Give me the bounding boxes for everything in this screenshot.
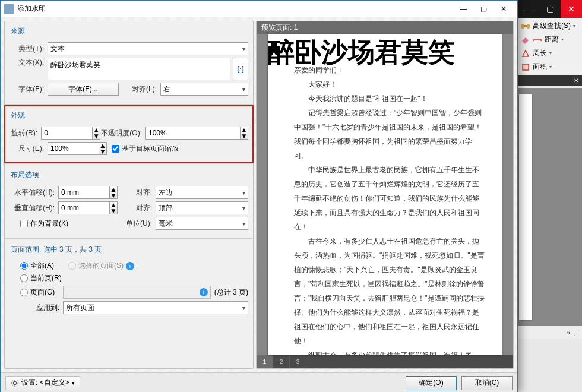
units-combo[interactable]: 毫米: [156, 217, 248, 230]
distance-icon: [533, 35, 542, 45]
chevron-down-icon: ▾: [561, 37, 564, 42]
background-app-window: — ▢ ✕ 高级查找(S) ▾ 距离 ▾ 周长 ▾: [517, 0, 582, 392]
range-pages-input[interactable]: i: [63, 286, 211, 299]
type-combo[interactable]: 文本: [48, 42, 248, 55]
align-label: 对齐(L):: [119, 84, 160, 94]
chevron-down-icon[interactable]: »: [567, 330, 570, 336]
titlebar: 添加水印 — ▢ ✕: [1, 1, 517, 17]
svg-rect-3: [523, 64, 529, 70]
hoffset-label: 水平偏移(H):: [10, 188, 58, 198]
area-icon: [521, 62, 530, 72]
ok-button[interactable]: 确定(O): [406, 376, 457, 390]
chevron-down-icon: ▾: [72, 380, 75, 386]
close-button[interactable]: ✕: [494, 2, 514, 15]
align-combo[interactable]: 右: [160, 83, 248, 96]
preview-pane: 预览页面: 1 醉卧沙场君莫笑 亲爱的同学们： 大家好！ 今天我演讲的题目是"和…: [256, 21, 514, 369]
preview-tab-1[interactable]: 1: [257, 355, 273, 368]
voffset-spinner[interactable]: ▲▼: [109, 201, 118, 214]
range-selected-radio[interactable]: 选择的页面(S)i: [68, 261, 134, 271]
rotate-label: 旋转(R):: [10, 128, 41, 138]
source-section: 来源 类型(T): 文本 文本(X): 醉卧沙场君莫笑 [·] 字体(F): 字…: [5, 21, 253, 103]
binoculars-icon: [521, 21, 530, 31]
settings-label: 设置: <自定义>: [21, 378, 69, 388]
units-label: 单位(U):: [118, 219, 156, 229]
layout-title: 布局选项: [10, 167, 248, 184]
range-total-label: (总计 3 页): [214, 287, 248, 298]
bg-area-label: 面积: [533, 62, 547, 72]
bg-distance-tool[interactable]: 距离 ▾: [519, 33, 580, 46]
scale-label: 尺寸(E):: [10, 144, 48, 154]
svg-rect-2: [524, 25, 527, 27]
bg-maximize-button[interactable]: ▢: [539, 0, 561, 18]
text-macro-button[interactable]: [·]: [233, 58, 248, 80]
halign-combo[interactable]: 左边: [156, 186, 248, 199]
opacity-spinner[interactable]: ▲▼: [240, 127, 248, 140]
scale-spinner[interactable]: ▲▼: [99, 142, 107, 155]
bg-toolbar: 高级查找(S) ▾ 距离 ▾ 周长 ▾ 面积 ▾: [517, 18, 582, 75]
svg-line-11: [12, 385, 13, 385]
scale-input[interactable]: [48, 142, 99, 155]
chevron-down-icon: ▾: [549, 64, 552, 69]
bg-distance-label: 距离: [545, 34, 559, 45]
bg-page-thumbnail: [519, 94, 532, 320]
hoffset-spinner[interactable]: ▲▼: [109, 186, 118, 199]
cancel-button[interactable]: 取消(C): [461, 376, 513, 390]
info-icon: i: [200, 288, 208, 296]
svg-point-4: [13, 381, 16, 384]
bg-perimeter-label: 周长: [533, 48, 547, 58]
range-all-radio[interactable]: 全部(A): [20, 261, 54, 271]
add-watermark-dialog: 添加水印 — ▢ ✕ 来源 类型(T): 文本 文本(X): 醉卧沙场君莫笑 […: [0, 0, 518, 392]
bg-advanced-search[interactable]: 高级查找(S) ▾: [519, 19, 580, 33]
svg-line-9: [12, 380, 13, 381]
bg-document-canvas: [517, 88, 582, 326]
scale-relative-checkbox[interactable]: 基于目标页面缩放: [112, 144, 179, 154]
font-button[interactable]: 字体(F)...: [48, 83, 119, 96]
bg-area-tool[interactable]: 面积 ▾: [519, 60, 580, 74]
appearance-title: 外观: [10, 108, 248, 124]
bg-titlebar: — ▢ ✕: [517, 0, 582, 18]
halign-label: 对齐:: [118, 188, 156, 198]
dialog-title: 添加水印: [17, 4, 453, 14]
preview-tab-2[interactable]: 2: [273, 355, 290, 368]
bg-minimize-button[interactable]: —: [518, 0, 539, 18]
opacity-label: 不透明度(O):: [100, 128, 146, 138]
applyto-combo[interactable]: 所有页面: [63, 301, 248, 314]
resize-grip-icon[interactable]: ⋰: [574, 330, 580, 336]
preview-tab-3[interactable]: 3: [290, 355, 306, 368]
gear-icon: [11, 379, 19, 387]
valign-combo[interactable]: 顶部: [156, 201, 248, 214]
bg-panel-close[interactable]: ✕: [517, 75, 582, 86]
range-title: 页面范围: 选中 3 页，共 3 页: [10, 242, 248, 258]
chevron-down-icon: ▾: [549, 50, 552, 56]
rotate-spinner[interactable]: ▲▼: [92, 127, 100, 140]
source-title: 来源: [10, 24, 248, 40]
font-label: 字体(F):: [10, 84, 48, 94]
range-current-radio[interactable]: 当前页(R): [20, 273, 62, 283]
preview-document-text: 亲爱的同学们： 大家好！ 今天我演讲的题目是"和祖国在一起"！ 记得先哲梁启超曾…: [268, 34, 502, 355]
settings-dropdown[interactable]: 设置: <自定义> ▾: [5, 376, 80, 390]
opacity-input[interactable]: [146, 127, 240, 140]
perimeter-icon: [521, 49, 530, 58]
minimize-button[interactable]: —: [453, 2, 473, 15]
applyto-label: 应用到:: [20, 303, 63, 313]
voffset-input[interactable]: [58, 201, 109, 214]
bg-close-button[interactable]: ✕: [561, 0, 582, 18]
range-pages-radio[interactable]: 页面(G): [20, 287, 63, 298]
rotate-input[interactable]: [41, 127, 92, 140]
text-label: 文本(X):: [10, 58, 48, 80]
maximize-button[interactable]: ▢: [473, 2, 494, 15]
bg-statusbar: » ⋰: [517, 326, 582, 339]
preview-watermark: 醉卧沙场君莫笑: [268, 34, 455, 70]
valign-label: 对齐:: [118, 203, 156, 213]
svg-line-12: [17, 380, 17, 381]
preview-page: 醉卧沙场君莫笑 亲爱的同学们： 大家好！ 今天我演讲的题目是"和祖国在一起"！ …: [268, 34, 502, 355]
preview-body: 醉卧沙场君莫笑 亲爱的同学们： 大家好！ 今天我演讲的题目是"和祖国在一起"！ …: [257, 34, 513, 355]
layout-section: 布局选项 水平偏移(H): ▲▼ 对齐: 左边 垂直偏移(H): ▲▼ 对齐: …: [5, 165, 253, 237]
range-section: 页面范围: 选中 3 页，共 3 页 全部(A) 选择的页面(S)i 当前页(R…: [5, 240, 253, 321]
watermark-text-input[interactable]: 醉卧沙场君莫笑: [48, 58, 230, 80]
hoffset-input[interactable]: [58, 186, 109, 199]
chevron-down-icon: ▾: [573, 23, 575, 29]
as-background-checkbox[interactable]: 作为背景(K): [20, 219, 118, 229]
bg-perimeter-tool[interactable]: 周长 ▾: [519, 46, 580, 60]
appearance-section: 外观 旋转(R): ▲▼ 不透明度(O): ▲▼ 尺寸(E): ▲▼ 基于目标页…: [4, 105, 254, 163]
